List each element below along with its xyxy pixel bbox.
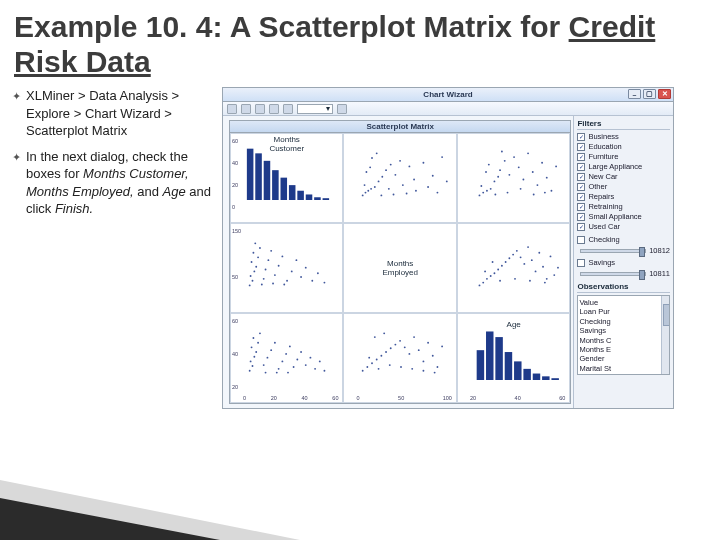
checkbox-icon[interactable]: ✓: [577, 133, 585, 141]
checkbox-icon[interactable]: ✓: [577, 173, 585, 181]
svg-point-120: [514, 278, 516, 280]
filter-item[interactable]: ✓Education: [577, 142, 670, 151]
svg-point-78: [263, 278, 265, 280]
checkbox-icon[interactable]: ✓: [577, 193, 585, 201]
filter-label: Small Appliance: [588, 212, 641, 221]
svg-point-145: [309, 357, 311, 359]
svg-point-146: [314, 368, 316, 370]
svg-point-144: [305, 364, 307, 366]
checkbox-icon[interactable]: ✓: [577, 183, 585, 191]
maximize-button[interactable]: ▢: [643, 89, 656, 99]
svg-point-64: [520, 188, 522, 190]
checking-slider[interactable]: 10812: [577, 246, 670, 255]
svg-point-34: [428, 186, 430, 188]
svg-point-12: [368, 190, 370, 192]
svg-point-29: [442, 156, 444, 158]
svg-point-55: [527, 152, 529, 154]
svg-rect-9: [323, 198, 330, 200]
toolbar-icon[interactable]: [337, 104, 347, 114]
svg-point-24: [372, 157, 374, 159]
toolbar-icon[interactable]: [255, 104, 265, 114]
svg-rect-2: [264, 161, 271, 200]
checkbox-icon[interactable]: ✓: [577, 203, 585, 211]
obs-item[interactable]: Checking: [578, 317, 669, 326]
filter-item[interactable]: ✓Used Car: [577, 222, 670, 231]
obs-item[interactable]: Months C: [578, 336, 669, 345]
observations-list[interactable]: ValueLoan PurCheckingSavingsMonths CMont…: [577, 295, 670, 375]
scatter: [245, 234, 338, 290]
svg-point-139: [285, 353, 287, 355]
obs-item[interactable]: Age: [578, 373, 669, 375]
filter-item[interactable]: ✓Other: [577, 182, 670, 191]
obs-item[interactable]: Marital St: [578, 364, 669, 373]
toolbar-icon[interactable]: [241, 104, 251, 114]
svg-point-88: [300, 276, 302, 278]
filter-item[interactable]: ✓Retraining: [577, 202, 670, 211]
svg-point-142: [296, 359, 298, 361]
filter-item[interactable]: ✓Repairs: [577, 192, 670, 201]
svg-point-104: [508, 257, 510, 259]
checking-checkbox[interactable]: [577, 236, 585, 244]
toolbar-icon[interactable]: [269, 104, 279, 114]
checkbox-icon[interactable]: ✓: [577, 213, 585, 221]
svg-point-163: [414, 336, 416, 338]
filter-item[interactable]: ✓Furniture: [577, 152, 670, 161]
svg-point-167: [432, 355, 434, 357]
svg-point-158: [390, 347, 392, 349]
savings-max: 10811: [649, 269, 670, 278]
svg-point-38: [393, 194, 395, 196]
toolbar-icon[interactable]: [283, 104, 293, 114]
svg-point-174: [412, 368, 414, 370]
svg-point-86: [291, 270, 293, 272]
cell-2-3: [457, 223, 570, 313]
filter-item[interactable]: ✓Business: [577, 132, 670, 141]
obs-item[interactable]: Savings: [578, 326, 669, 335]
checkbox-icon[interactable]: ✓: [577, 223, 585, 231]
savings-label: Savings: [588, 258, 615, 267]
obs-item[interactable]: Gender: [578, 354, 669, 363]
checkbox-icon[interactable]: ✓: [577, 143, 585, 151]
svg-point-101: [497, 269, 499, 271]
svg-point-97: [482, 282, 484, 284]
obs-item[interactable]: Months E: [578, 345, 669, 354]
svg-rect-187: [551, 378, 558, 380]
scrollbar[interactable]: [661, 296, 669, 374]
hist-months-customer: [245, 144, 338, 200]
svg-point-18: [366, 171, 368, 173]
svg-point-178: [384, 332, 386, 334]
cell-diag-age: Age 204060: [457, 313, 570, 403]
svg-point-100: [493, 272, 495, 274]
svg-point-13: [371, 188, 373, 190]
filter-label: Other: [588, 182, 607, 191]
svg-point-41: [482, 192, 484, 194]
svg-point-126: [250, 360, 252, 362]
checkbox-icon[interactable]: ✓: [577, 153, 585, 161]
svg-point-74: [257, 256, 259, 258]
svg-rect-185: [533, 374, 540, 381]
filter-item[interactable]: ✓New Car: [577, 172, 670, 181]
toolbar-icon[interactable]: [227, 104, 237, 114]
checkbox-icon[interactable]: ✓: [577, 163, 585, 171]
filter-item[interactable]: ✓Small Appliance: [577, 212, 670, 221]
svg-point-56: [532, 171, 534, 173]
svg-rect-4: [281, 178, 288, 200]
svg-point-154: [372, 362, 374, 364]
obs-item[interactable]: Loan Pur: [578, 307, 669, 316]
svg-point-16: [378, 180, 380, 182]
slide-accent-shape-dark: [0, 498, 220, 540]
minimize-button[interactable]: –: [628, 89, 641, 99]
obs-item[interactable]: Value: [578, 298, 669, 307]
svg-point-166: [428, 342, 430, 344]
svg-point-69: [252, 280, 254, 282]
toolbar-dropdown[interactable]: ▾: [297, 104, 333, 114]
svg-point-128: [255, 351, 257, 353]
filters-heading: Filters: [577, 119, 670, 130]
filter-label: New Car: [588, 172, 617, 181]
close-button[interactable]: ✕: [658, 89, 671, 99]
window-titlebar[interactable]: Chart Wizard – ▢ ✕: [223, 88, 673, 102]
svg-point-45: [493, 180, 495, 182]
filter-item[interactable]: ✓Large Appliance: [577, 162, 670, 171]
savings-slider[interactable]: 10811: [577, 269, 670, 278]
savings-checkbox[interactable]: [577, 259, 585, 267]
svg-point-164: [418, 349, 420, 351]
